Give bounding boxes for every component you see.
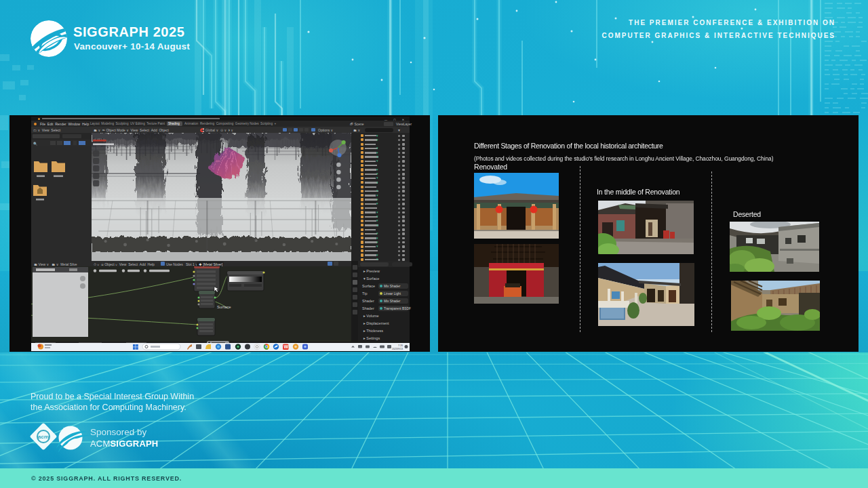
- svg-text:2023/9/13: 2023/9/13: [392, 348, 403, 350]
- svg-text:Surface: Surface: [217, 305, 231, 309]
- svg-text:acm: acm: [38, 434, 49, 440]
- svg-text:W: W: [284, 344, 289, 349]
- svg-text:7:26: 7:26: [398, 344, 403, 347]
